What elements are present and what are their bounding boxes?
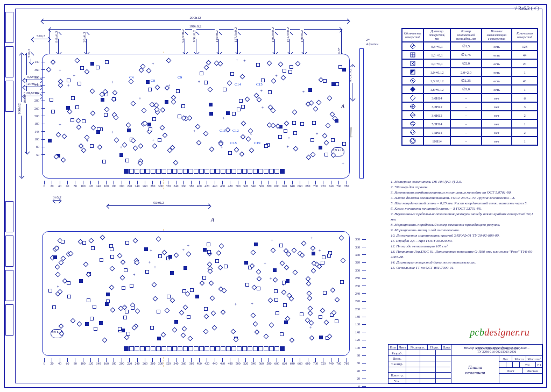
y-ruler-bot: 3803603403203002802602402202001801601401… — [352, 236, 362, 390]
dim-width-200: 200h12 — [42, 20, 349, 21]
dim-97.5: 97,5±0,2 — [352, 66, 352, 100]
connector-top — [124, 169, 285, 174]
pcb-bottom-view — [42, 231, 350, 356]
section-A-top: А — [341, 103, 344, 109]
x-ruler-bot: 0204060801001201401601802002202402602803… — [40, 358, 350, 365]
side-callout: 2* 4 фаски — [366, 38, 378, 46]
x-ruler-top: 0204060801001201401601802002202402602803… — [40, 181, 350, 188]
connector-bot — [124, 346, 285, 351]
y-ruler-top: 1403603503303092802602001801431008050 — [31, 58, 41, 159]
surface-finish: √ Ra6.3 ( √ ) — [514, 5, 539, 11]
hole-table: ОбозначениеотверстийДиаметротверстий,ммР… — [401, 28, 538, 146]
dim-3: 3±0,2 — [54, 200, 60, 201]
section-A-bot: А — [211, 217, 214, 223]
notes-list: 1. Материал-заменитель DE 104 (FR-4)-2,0… — [369, 179, 538, 270]
dim-5: 5±0,3 — [32, 39, 50, 39]
dim-80: 80±0,2 — [26, 54, 27, 153]
dim-92: 92±0,2 — [108, 205, 210, 206]
binding-bar — [5, 12, 13, 380]
svg-point-3 — [412, 80, 414, 82]
side-view — [359, 48, 364, 179]
dim-100h12: 100h12 — [21, 54, 22, 177]
svg-point-5 — [413, 132, 414, 133]
url-mark: pcbdesigner.ru — [470, 327, 529, 338]
title-block: ИзмЛист№ докум.Подп.Дата Разраб. Пров. Т… — [388, 344, 543, 384]
svg-point-4 — [411, 132, 412, 133]
